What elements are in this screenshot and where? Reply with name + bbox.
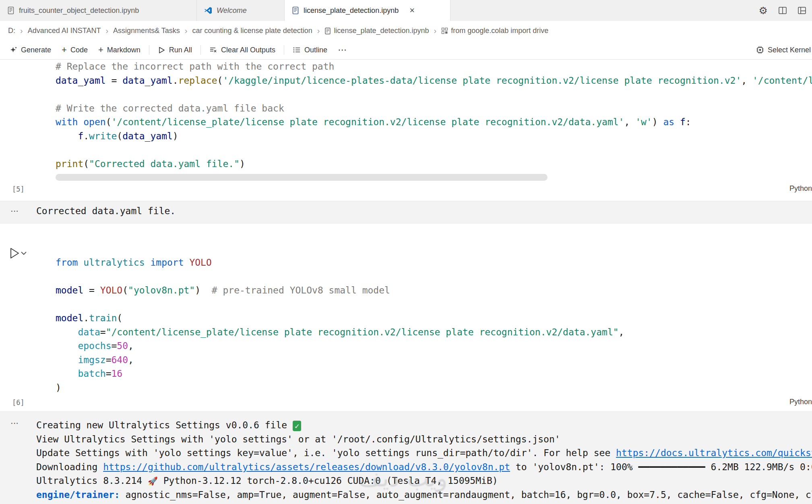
toolbar-divider <box>200 45 201 55</box>
tab-fruits-notebook[interactable]: fruits_counter_object_detection.ipynb <box>0 0 197 21</box>
token-str: '/content/license_plate/license plate re… <box>112 117 624 127</box>
tab-license-plate-notebook[interactable]: license_plate_detection.ipynb × <box>285 0 450 21</box>
add-code-cell-button[interactable]: + Code <box>57 43 93 56</box>
code-line[interactable]: model = YOLO("yolov8n.pt") # pre-trained… <box>56 283 812 297</box>
code-line[interactable]: Ultralytics 8.3.214 🚀 Python-3.12.12 tor… <box>36 474 812 488</box>
token-pl: ( <box>217 75 223 86</box>
token-pl: Creating new Ultralytics Settings v0.0.6… <box>36 420 293 430</box>
code-line[interactable]: f.write(data_yaml) <box>56 129 812 143</box>
code-line[interactable]: with open('/content/license_plate/licens… <box>56 115 812 129</box>
breadcrumb-item-drive[interactable]: D: <box>8 27 15 35</box>
code-line[interactable]: # Write the corrected data.yaml file bac… <box>56 101 812 116</box>
token-pl: to 'yolov8n.pt': 100% <box>510 462 638 472</box>
token-pl: Downloading <box>36 462 103 472</box>
more-actions-button[interactable]: ⋯ <box>333 43 351 57</box>
code-line[interactable] <box>56 297 812 312</box>
settings-gear-icon[interactable]: ⚙ <box>759 6 768 16</box>
code-line[interactable]: Creating new Ultralytics Settings v0.0.6… <box>36 418 812 432</box>
code-line[interactable]: data="/content/license_plate/license pla… <box>56 325 812 339</box>
breadcrumb-item-cell-symbol[interactable]: from google.colab import drive <box>441 27 548 35</box>
token-var: model <box>56 285 83 295</box>
token-fn: print <box>56 159 83 169</box>
token-pl: ( <box>117 131 122 141</box>
token-pl <box>56 327 78 337</box>
token-pl: . <box>83 131 89 141</box>
token-pl <box>184 257 190 268</box>
token-pl <box>56 355 78 365</box>
token-pl: View Ultralytics Settings with 'yolo set… <box>36 434 560 444</box>
code-editor[interactable]: from ultralytics import YOLO model = YOL… <box>56 243 812 395</box>
code-line[interactable]: Update Settings with 'yolo settings key=… <box>36 446 812 460</box>
token-var: f <box>680 117 686 127</box>
code-line[interactable]: epochs=50, <box>56 339 812 353</box>
notebook-file-icon <box>292 6 299 14</box>
breadcrumb-item-folder[interactable]: Advanced AI INSTANT <box>28 27 101 35</box>
token-num: 640 <box>112 355 128 365</box>
token-pl: . <box>83 313 89 323</box>
token-num: 50 <box>117 341 128 351</box>
token-com: # Write the corrected data.yaml file bac… <box>56 103 284 114</box>
token-pl: , <box>128 341 134 351</box>
toolbar-divider <box>149 45 149 55</box>
code-line[interactable]: data_yaml = data_yaml.replace('/kaggle/i… <box>56 74 812 88</box>
token-kw: from <box>56 257 78 268</box>
vscode-window: fruits_counter_object_detection.ipynb We… <box>0 0 812 504</box>
breadcrumb-item-folder[interactable]: car counting & license plate detection <box>192 27 312 35</box>
generate-button[interactable]: Generate <box>5 44 56 56</box>
code-line[interactable]: Downloading https://github.com/ultralyti… <box>36 460 812 474</box>
token-var: data_yaml <box>122 75 173 86</box>
code-line[interactable]: Corrected data.yaml file. <box>36 206 176 220</box>
kernel-picker[interactable]: Select Kernel <box>756 41 811 59</box>
output-more-actions-icon[interactable]: ... <box>10 204 19 213</box>
symbol-icon <box>441 27 448 34</box>
code-line[interactable]: model.train( <box>56 311 812 325</box>
breadcrumb-item-folder[interactable]: Assignments& Tasks <box>113 27 180 35</box>
token-cls: YOLO <box>189 257 211 268</box>
token-cls: YOLO <box>100 285 122 295</box>
tab-welcome[interactable]: Welcome <box>197 0 285 21</box>
split-editor-icon[interactable] <box>778 6 787 15</box>
cell-language-picker[interactable]: Python <box>789 398 812 406</box>
clear-all-outputs-button[interactable]: Clear All Outputs <box>205 44 280 56</box>
token-num: 16 <box>112 368 123 379</box>
code-line[interactable]: print("Corrected data.yaml file.") <box>56 157 812 171</box>
code-line[interactable]: from ultralytics import YOLO <box>56 256 812 270</box>
token-pl: ) <box>56 382 61 393</box>
code-line[interactable]: imgsz=640, <box>56 353 812 367</box>
code-line[interactable]: engine/trainer: agnostic_nms=False, amp=… <box>36 488 812 502</box>
code-editor[interactable]: # Replace the incorrect path with the co… <box>56 60 812 171</box>
code-line[interactable]: # Replace the incorrect path with the co… <box>56 60 812 74</box>
token-pl: Update Settings with 'yolo settings key=… <box>36 448 616 458</box>
run-all-button[interactable]: Run All <box>153 44 197 56</box>
breadcrumb-item-file[interactable]: license_plate_detection.ipynb <box>324 27 429 35</box>
close-tab-icon[interactable]: × <box>409 6 415 15</box>
customize-layout-icon[interactable] <box>798 6 806 15</box>
code-line[interactable] <box>56 270 812 284</box>
token-pl: ) <box>652 117 663 127</box>
code-line[interactable]: batch=16 <box>56 367 812 381</box>
token-pl <box>56 131 78 141</box>
output-link[interactable]: https://docs.ultralytics.com/quickstart/ <box>616 448 812 458</box>
code-line[interactable]: ) <box>56 381 812 395</box>
notebook-file-icon <box>324 27 331 35</box>
code-line[interactable] <box>56 143 812 157</box>
token-pl: ) <box>195 285 200 295</box>
run-cell-button[interactable] <box>9 246 28 260</box>
code-line[interactable] <box>56 87 812 101</box>
output-more-actions-icon[interactable]: ... <box>10 416 19 426</box>
cell-language-picker[interactable]: Python <box>789 184 812 193</box>
token-pl <box>200 285 212 295</box>
output-link[interactable]: https://github.com/ultralytics/assets/re… <box>103 462 510 472</box>
clear-all-icon <box>209 46 217 54</box>
token-emoji: 🚀 <box>148 476 158 486</box>
execution-count: [6] <box>12 399 25 407</box>
outline-button[interactable]: Outline <box>288 44 332 56</box>
token-prm: epochs <box>78 341 111 351</box>
horizontal-scrollbar[interactable] <box>56 174 548 181</box>
token-str: "/content/license_plate/license plate re… <box>106 327 619 337</box>
token-pl: 6.2MB 122.9MB/s 0:00 <box>711 462 812 472</box>
token-pl <box>56 341 78 351</box>
code-line[interactable]: View Ultralytics Settings with 'yolo set… <box>36 432 812 446</box>
add-markdown-cell-button[interactable]: + Markdown <box>93 43 145 56</box>
token-pl: ) <box>240 159 245 169</box>
